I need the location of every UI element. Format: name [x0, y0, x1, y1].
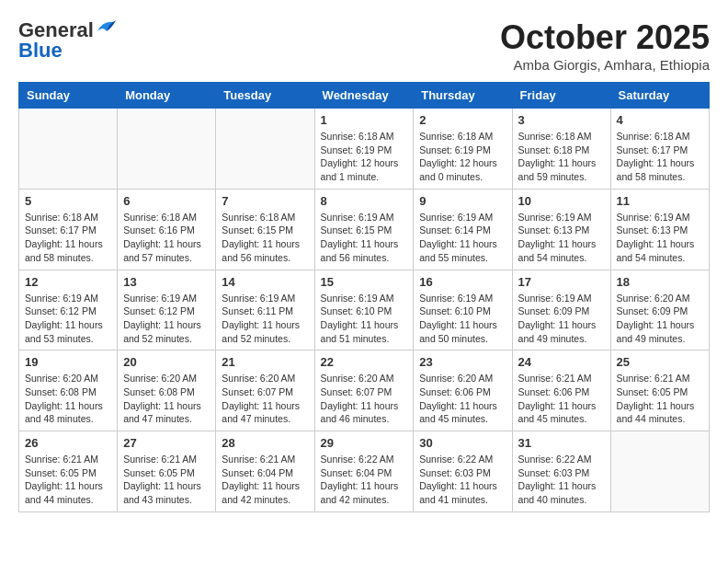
calendar-day-cell: [216, 109, 314, 190]
day-number: 14: [222, 275, 308, 289]
page-header: General Blue October 2025 Amba Giorgis, …: [18, 18, 710, 73]
calendar-day-cell: 11Sunrise: 6:19 AMSunset: 6:13 PMDayligh…: [610, 189, 709, 270]
day-info: Sunrise: 6:20 AMSunset: 6:08 PMDaylight:…: [123, 372, 210, 426]
calendar-day-cell: 24Sunrise: 6:21 AMSunset: 6:06 PMDayligh…: [512, 350, 610, 431]
day-number: 4: [617, 113, 703, 127]
day-info: Sunrise: 6:21 AMSunset: 6:05 PMDaylight:…: [617, 372, 703, 426]
day-info: Sunrise: 6:20 AMSunset: 6:06 PMDaylight:…: [419, 372, 506, 426]
day-info: Sunrise: 6:21 AMSunset: 6:05 PMDaylight:…: [123, 453, 210, 507]
day-info: Sunrise: 6:18 AMSunset: 6:15 PMDaylight:…: [222, 211, 308, 265]
day-info: Sunrise: 6:20 AMSunset: 6:07 PMDaylight:…: [321, 372, 408, 426]
weekday-header-thursday: Thursday: [414, 83, 512, 109]
day-info: Sunrise: 6:18 AMSunset: 6:19 PMDaylight:…: [419, 130, 506, 184]
calendar-day-cell: 12Sunrise: 6:19 AMSunset: 6:12 PMDayligh…: [19, 270, 118, 350]
weekday-header-monday: Monday: [118, 83, 216, 109]
calendar-day-cell: 1Sunrise: 6:18 AMSunset: 6:19 PMDaylight…: [314, 109, 414, 190]
day-info: Sunrise: 6:19 AMSunset: 6:15 PMDaylight:…: [321, 211, 408, 265]
weekday-header-sunday: Sunday: [19, 83, 118, 109]
day-number: 29: [321, 436, 408, 450]
calendar-day-cell: 13Sunrise: 6:19 AMSunset: 6:12 PMDayligh…: [118, 270, 216, 350]
weekday-header-tuesday: Tuesday: [216, 83, 314, 109]
day-number: 22: [321, 355, 408, 369]
logo: General Blue: [18, 18, 116, 63]
day-number: 19: [25, 355, 111, 369]
day-info: Sunrise: 6:20 AMSunset: 6:07 PMDaylight:…: [222, 372, 308, 426]
calendar-week-3: 12Sunrise: 6:19 AMSunset: 6:12 PMDayligh…: [19, 270, 710, 350]
day-number: 12: [25, 275, 111, 289]
day-number: 25: [617, 355, 703, 369]
day-number: 24: [518, 355, 605, 369]
calendar-day-cell: 2Sunrise: 6:18 AMSunset: 6:19 PMDaylight…: [414, 109, 512, 190]
day-info: Sunrise: 6:19 AMSunset: 6:12 PMDaylight:…: [123, 292, 210, 346]
calendar-header-row: SundayMondayTuesdayWednesdayThursdayFrid…: [19, 83, 710, 109]
calendar-day-cell: 3Sunrise: 6:18 AMSunset: 6:18 PMDaylight…: [512, 109, 610, 190]
day-number: 8: [321, 194, 408, 208]
calendar-week-1: 1Sunrise: 6:18 AMSunset: 6:19 PMDaylight…: [19, 109, 710, 190]
day-info: Sunrise: 6:18 AMSunset: 6:17 PMDaylight:…: [617, 130, 703, 184]
day-info: Sunrise: 6:18 AMSunset: 6:18 PMDaylight:…: [518, 130, 605, 184]
calendar-day-cell: [610, 431, 709, 512]
calendar-week-2: 5Sunrise: 6:18 AMSunset: 6:17 PMDaylight…: [19, 189, 710, 270]
day-number: 11: [617, 194, 703, 208]
calendar-day-cell: 26Sunrise: 6:21 AMSunset: 6:05 PMDayligh…: [19, 431, 118, 512]
calendar-day-cell: 20Sunrise: 6:20 AMSunset: 6:08 PMDayligh…: [118, 350, 216, 431]
logo-bird-icon: [96, 18, 116, 35]
calendar-day-cell: 6Sunrise: 6:18 AMSunset: 6:16 PMDaylight…: [118, 189, 216, 270]
month-title: October 2025: [500, 18, 710, 57]
calendar-day-cell: 7Sunrise: 6:18 AMSunset: 6:15 PMDaylight…: [216, 189, 314, 270]
day-number: 18: [617, 275, 703, 289]
location-subtitle: Amba Giorgis, Amhara, Ethiopia: [500, 57, 710, 73]
day-number: 28: [222, 436, 308, 450]
day-info: Sunrise: 6:18 AMSunset: 6:17 PMDaylight:…: [25, 211, 111, 265]
calendar-day-cell: 10Sunrise: 6:19 AMSunset: 6:13 PMDayligh…: [512, 189, 610, 270]
day-number: 20: [123, 355, 210, 369]
calendar-day-cell: 16Sunrise: 6:19 AMSunset: 6:10 PMDayligh…: [414, 270, 512, 350]
day-info: Sunrise: 6:19 AMSunset: 6:14 PMDaylight:…: [419, 211, 506, 265]
day-info: Sunrise: 6:19 AMSunset: 6:10 PMDaylight:…: [321, 292, 408, 346]
day-number: 2: [419, 113, 506, 127]
day-info: Sunrise: 6:18 AMSunset: 6:19 PMDaylight:…: [321, 130, 408, 184]
calendar-day-cell: 9Sunrise: 6:19 AMSunset: 6:14 PMDaylight…: [414, 189, 512, 270]
calendar-day-cell: 28Sunrise: 6:21 AMSunset: 6:04 PMDayligh…: [216, 431, 314, 512]
calendar-day-cell: 23Sunrise: 6:20 AMSunset: 6:06 PMDayligh…: [414, 350, 512, 431]
logo-text-blue: Blue: [18, 39, 63, 63]
calendar-day-cell: 29Sunrise: 6:22 AMSunset: 6:04 PMDayligh…: [314, 431, 414, 512]
day-info: Sunrise: 6:18 AMSunset: 6:16 PMDaylight:…: [123, 211, 210, 265]
day-number: 9: [419, 194, 506, 208]
day-info: Sunrise: 6:21 AMSunset: 6:06 PMDaylight:…: [518, 372, 605, 426]
calendar-day-cell: 30Sunrise: 6:22 AMSunset: 6:03 PMDayligh…: [414, 431, 512, 512]
day-number: 17: [518, 275, 605, 289]
day-info: Sunrise: 6:19 AMSunset: 6:13 PMDaylight:…: [518, 211, 605, 265]
day-info: Sunrise: 6:22 AMSunset: 6:03 PMDaylight:…: [419, 453, 506, 507]
day-number: 10: [518, 194, 605, 208]
day-number: 15: [321, 275, 408, 289]
calendar-day-cell: 8Sunrise: 6:19 AMSunset: 6:15 PMDaylight…: [314, 189, 414, 270]
day-info: Sunrise: 6:20 AMSunset: 6:08 PMDaylight:…: [25, 372, 111, 426]
day-info: Sunrise: 6:19 AMSunset: 6:10 PMDaylight:…: [419, 292, 506, 346]
day-number: 23: [419, 355, 506, 369]
calendar-day-cell: 4Sunrise: 6:18 AMSunset: 6:17 PMDaylight…: [610, 109, 709, 190]
day-info: Sunrise: 6:20 AMSunset: 6:09 PMDaylight:…: [617, 292, 703, 346]
calendar-day-cell: 17Sunrise: 6:19 AMSunset: 6:09 PMDayligh…: [512, 270, 610, 350]
day-number: 13: [123, 275, 210, 289]
day-number: 30: [419, 436, 506, 450]
day-info: Sunrise: 6:19 AMSunset: 6:13 PMDaylight:…: [617, 211, 703, 265]
calendar-day-cell: 14Sunrise: 6:19 AMSunset: 6:11 PMDayligh…: [216, 270, 314, 350]
calendar-day-cell: 25Sunrise: 6:21 AMSunset: 6:05 PMDayligh…: [610, 350, 709, 431]
day-number: 6: [123, 194, 210, 208]
calendar-day-cell: 5Sunrise: 6:18 AMSunset: 6:17 PMDaylight…: [19, 189, 118, 270]
day-number: 1: [321, 113, 408, 127]
calendar-day-cell: 21Sunrise: 6:20 AMSunset: 6:07 PMDayligh…: [216, 350, 314, 431]
day-number: 27: [123, 436, 210, 450]
day-info: Sunrise: 6:21 AMSunset: 6:05 PMDaylight:…: [25, 453, 111, 507]
day-number: 3: [518, 113, 605, 127]
day-info: Sunrise: 6:21 AMSunset: 6:04 PMDaylight:…: [222, 453, 308, 507]
calendar-day-cell: [118, 109, 216, 190]
calendar-week-4: 19Sunrise: 6:20 AMSunset: 6:08 PMDayligh…: [19, 350, 710, 431]
calendar-week-5: 26Sunrise: 6:21 AMSunset: 6:05 PMDayligh…: [19, 431, 710, 512]
weekday-header-saturday: Saturday: [610, 83, 709, 109]
day-info: Sunrise: 6:19 AMSunset: 6:09 PMDaylight:…: [518, 292, 605, 346]
day-info: Sunrise: 6:19 AMSunset: 6:12 PMDaylight:…: [25, 292, 111, 346]
day-number: 16: [419, 275, 506, 289]
day-number: 5: [25, 194, 111, 208]
